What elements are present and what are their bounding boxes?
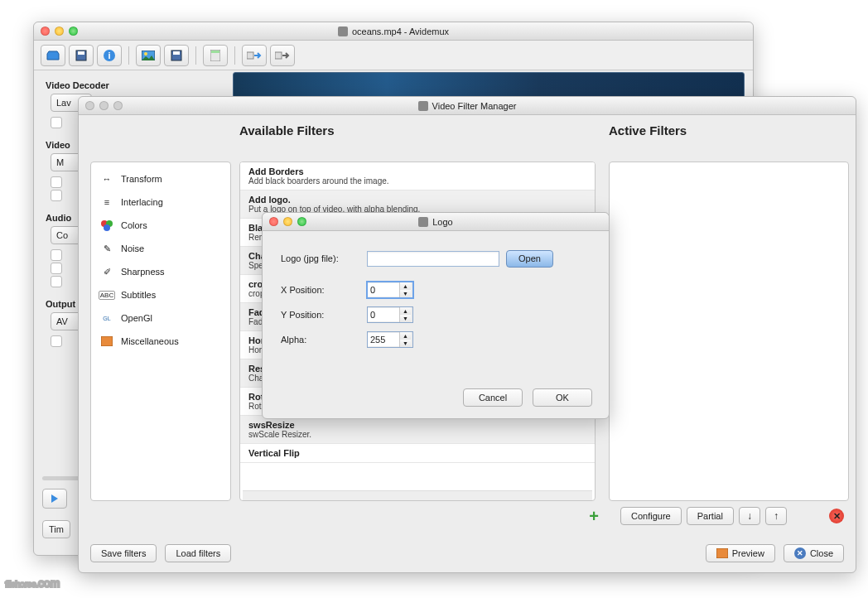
x-position-spinner[interactable]: ▲▼ [367,282,413,298]
svg-rect-10 [247,52,253,59]
export2-button[interactable] [270,45,295,66]
alpha-spinner[interactable]: ▲▼ [367,331,413,348]
info-button[interactable]: i [97,45,122,66]
add-filter-button[interactable]: + [584,506,604,526]
cat-colors[interactable]: Colors [96,214,225,237]
app-icon [418,101,428,111]
cat-subtitles[interactable]: ABCSubtitles [96,283,225,306]
sharpness-icon: ✐ [99,265,114,278]
main-toolbar: i [34,41,753,70]
spin-up-icon[interactable]: ▲ [400,332,411,340]
app-icon [338,27,348,36]
preview-button[interactable]: Preview [706,544,775,562]
export-button[interactable] [242,45,267,66]
close-icon[interactable] [269,217,278,226]
cat-transform[interactable]: ↔Transform [96,167,225,190]
decoder-label: Video Decoder [46,80,208,90]
misc-icon [99,335,114,348]
fm-title: Video Filter Manager [432,101,517,111]
save-filters-button[interactable]: Save filters [90,544,157,562]
open-button[interactable] [41,45,65,66]
audio-check2[interactable] [51,263,62,274]
spin-down-icon[interactable]: ▼ [400,290,411,297]
close-icon[interactable] [85,101,94,110]
logo-title: Logo [432,217,452,227]
colors-icon [99,219,114,232]
svg-rect-15 [101,336,113,346]
audio-check1[interactable] [51,249,62,261]
horizontal-scrollbar[interactable] [243,490,592,500]
filter-item: Add BordersAdd black boarders around the… [240,162,595,190]
interlacing-icon: ≡ [99,195,114,209]
image-button[interactable] [136,45,161,66]
cancel-button[interactable]: Cancel [463,388,523,407]
spin-up-icon[interactable]: ▲ [400,282,411,290]
filter-item: swsResizeswScale Resizer. [240,416,595,444]
x-label: X Position: [281,285,360,295]
save2-button[interactable] [164,45,189,66]
svg-point-14 [104,224,110,231]
transform-icon: ↔ [99,172,114,186]
ok-button[interactable]: OK [533,388,592,407]
subtitles-icon: ABC [99,288,114,301]
move-up-button[interactable]: ↑ [765,507,787,525]
y-label: Y Position: [281,310,360,320]
fm-titlebar: Video Filter Manager [79,97,856,115]
active-filters-list[interactable] [609,162,849,501]
remove-filter-button[interactable]: ✕ [829,509,844,523]
minimize-icon[interactable] [99,101,108,110]
move-down-button[interactable]: ↓ [739,507,760,525]
y-position-spinner[interactable]: ▲▼ [367,306,413,323]
preview-icon [716,548,728,558]
spin-down-icon[interactable]: ▼ [400,340,411,347]
partial-button[interactable]: Partial [687,507,734,525]
decoder-check[interactable] [51,117,62,128]
file-input[interactable] [367,251,499,267]
zoom-icon[interactable] [113,101,123,110]
save-button[interactable] [69,45,94,66]
minimize-icon[interactable] [55,27,64,36]
filter-item: Vertical Flip [240,444,595,463]
plus-icon: + [589,507,599,526]
spin-down-icon[interactable]: ▼ [400,315,411,322]
arrow-up-icon: ↑ [774,510,779,522]
cat-misc[interactable]: Miscellaneous [96,330,225,353]
time-button[interactable]: Tim [42,520,70,538]
arrow-down-icon: ↓ [747,510,752,522]
calc-button[interactable] [203,45,228,66]
svg-point-5 [144,52,147,55]
cat-sharpness[interactable]: ✐Sharpness [96,260,225,283]
main-titlebar: oceans.mp4 - Avidemux [34,22,753,41]
file-label: Logo (jpg file): [281,253,360,263]
minimize-icon[interactable] [283,217,292,226]
cat-interlacing[interactable]: ≡Interlacing [96,190,225,214]
output-check[interactable] [51,335,62,347]
zoom-icon[interactable] [69,27,78,36]
y-position-input[interactable] [368,308,399,321]
zoom-icon[interactable] [297,217,306,226]
play-button[interactable] [42,489,67,509]
noise-icon: ✎ [99,242,114,255]
main-title: oceans.mp4 - Avidemux [352,27,449,36]
x-position-input[interactable] [368,283,399,297]
open-file-button[interactable]: Open [506,250,553,268]
spin-up-icon[interactable]: ▲ [400,307,411,315]
alpha-input[interactable] [368,333,399,346]
active-filters-heading: Active Filters [609,123,687,137]
configure-button[interactable]: Configure [620,507,682,525]
audio-check3[interactable] [51,276,62,287]
video-check2[interactable] [51,190,62,201]
close-button[interactable]: ✕Close [784,544,844,562]
load-filters-button[interactable]: Load filters [165,544,231,562]
svg-rect-9 [211,51,219,53]
close-icon[interactable] [41,27,50,36]
svg-rect-1 [78,51,84,55]
cat-noise[interactable]: ✎Noise [96,237,225,260]
svg-rect-7 [173,51,180,55]
cat-opengl[interactable]: GLOpenGl [96,306,225,330]
close-x-icon: ✕ [794,547,806,559]
available-filters-heading: Available Filters [239,123,335,137]
video-check1[interactable] [51,176,62,188]
category-list: ↔Transform ≡Interlacing Colors ✎Noise ✐S… [90,162,231,501]
x-icon: ✕ [833,511,841,522]
